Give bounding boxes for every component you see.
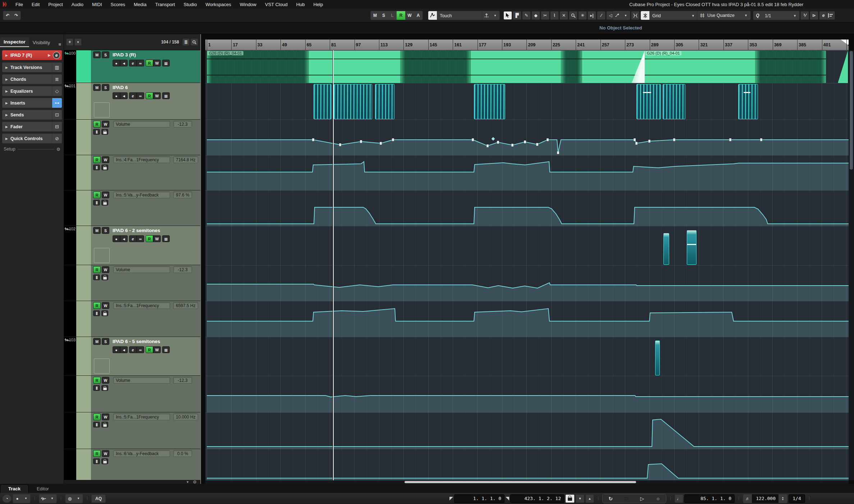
chevron-down-icon[interactable]: ▼ [186,480,189,484]
read-automation-button[interactable]: R [93,266,101,273]
suspend-read-button[interactable]: ||| [93,129,100,135]
event-display[interactable]: G26 (D) (R)_04-01G26 (D) (R)_04-01 [205,50,849,480]
lock-icon[interactable] [101,200,108,205]
solo-button[interactable]: S [102,227,109,234]
mute-button[interactable]: M [93,51,101,58]
solo-button[interactable]: S [102,338,109,345]
hand-tool-icon[interactable]: ✳ [578,11,587,20]
quantize-preset-select[interactable]: Use Quantize ▼ [697,11,751,20]
automation-value-field[interactable]: 7164.8 Hz [173,156,198,163]
track-event-lane[interactable] [205,83,849,120]
solo-button[interactable]: S [102,84,109,91]
inspector-section-inserts[interactable]: ▶Inserts⊶ [2,98,62,108]
automation-display-lane[interactable] [205,190,849,226]
range-selection-tool-icon[interactable]: ▛ [513,11,521,20]
freeze-button[interactable]: ∞ [137,346,144,353]
automation-curve-freq-103[interactable] [205,413,849,449]
tab-visibility[interactable]: Visibility [29,38,54,47]
tab-editor[interactable]: Editor [29,485,57,493]
automation-parameter-field[interactable]: Volume [113,266,170,273]
write-automation-button[interactable]: W [102,377,109,384]
track-row-body[interactable]: MSIPAD 6 - 2 semitones●◄e∞RW▦ [91,226,200,265]
edit-channel-button[interactable]: e [129,60,137,66]
menu-file[interactable]: File [12,1,27,8]
menu-transport[interactable]: Transport [151,1,178,8]
sliced-audio-event[interactable] [636,84,661,119]
sliced-audio-event[interactable] [738,84,758,119]
read-automation-button[interactable]: R [93,450,101,457]
channel-strip-icon[interactable]: ▦ [162,60,170,66]
draw-tool-icon[interactable]: ✎ [522,11,531,20]
automation-value-field[interactable]: 6597.5 Hz [173,302,198,309]
edit-channel-button[interactable]: e [129,235,137,242]
mute-button[interactable]: M [93,338,101,345]
sliced-audio-event[interactable] [314,84,332,119]
track-event-lane[interactable] [205,337,849,376]
write-automation-button[interactable]: W [153,235,161,242]
monitor-button[interactable]: ◄ [120,92,128,99]
quantize-panel-icon[interactable]: ⊳ [810,11,818,20]
inserts-icon[interactable]: ⊶ [52,98,62,108]
undo-button[interactable]: ↶ [3,11,12,20]
suspend-read-button[interactable]: ||| [93,422,100,427]
mute-tool-icon[interactable]: ✕ [560,11,568,20]
monitor-button[interactable]: ◄ [120,60,128,66]
snap-curve-icon[interactable] [613,11,621,20]
write-automation-button[interactable]: W [102,450,109,457]
track-row-body[interactable]: MSIPAD 6●◄e∞RW▦ [91,83,200,119]
audio-event-small[interactable] [663,233,669,265]
audio-record-icon[interactable] [39,494,48,503]
state-button-r[interactable]: R [397,11,405,20]
track-row-body[interactable]: MSIPAD 3 (R)●◄e∞RW▦ [91,50,200,83]
autoscroll-options-caret[interactable]: ▼ [491,11,499,20]
track-header-row[interactable]: 102MSIPAD 6 - 2 semitones●◄e∞RW▦ [64,226,200,265]
right-locator-icon[interactable] [506,497,509,500]
solo-button[interactable]: S [102,51,109,58]
automation-value-field[interactable]: 97.6 % [173,191,192,198]
inspector-section-fader[interactable]: ▶Fader⊟ [2,122,62,131]
inspector-section-equalizers[interactable]: ▶Equalizers◇ [2,86,62,96]
automation-panel-icon[interactable] [428,11,437,20]
sliced-audio-event[interactable] [663,84,685,119]
inspector-section-quick-controls[interactable]: ▶Quick Controls⊘ [2,134,62,143]
track-event-lane[interactable]: G26 (D) (R)_04-01G26 (D) (R)_04-01 [205,50,849,83]
suspend-read-button[interactable]: ||| [93,165,100,170]
add-track-caret[interactable]: ▼ [74,38,82,46]
track-event-lane[interactable] [205,226,849,265]
snap-onoff-icon[interactable] [631,11,640,20]
tempo-track-icon[interactable]: ♬ [743,494,752,503]
audio-event-small[interactable] [655,341,660,375]
audio-event-small[interactable] [687,230,697,265]
record-enable-button[interactable]: ● [113,346,120,353]
track-row-body[interactable]: RWIns.:5:Va...y-Feedback97.6 %||| [91,190,200,226]
automation-curve-volume-102[interactable] [205,265,849,301]
snap-type-select[interactable]: Grid ▼ [649,11,698,20]
menu-help[interactable]: Help [310,1,327,8]
object-selection-tool-icon[interactable] [503,11,512,20]
read-automation-button[interactable]: R [93,302,101,309]
state-button-s[interactable]: S [379,11,388,20]
add-track-button[interactable]: + [66,38,73,46]
automation-display-lane[interactable] [205,301,849,337]
automation-curve-freq-ipad6[interactable] [205,156,849,191]
audio-event-ipad3[interactable]: G26 (D) (R)_04-01G26 (D) (R)_04-01 [207,51,826,83]
time-signature-field[interactable]: 1/4 [789,494,805,503]
channel-strip-icon[interactable]: ▦ [162,92,170,99]
record-enable-button[interactable]: ● [113,92,120,99]
record-enable-button[interactable]: ● [113,235,120,242]
automation-parameter-field[interactable]: Volume [113,121,170,128]
automation-curve-volume-ipad6[interactable] [205,120,849,156]
line-tool-icon[interactable]: ∕ [597,11,606,20]
menu-project[interactable]: Project [45,1,66,8]
cycle-button[interactable]: ↻ [603,494,618,503]
edit-channel-button[interactable]: e [53,52,60,59]
automation-value-field[interactable]: -12.3 [173,121,192,128]
automation-parameter-field[interactable]: Ins.:4:Fa...1Frequency [113,156,170,163]
write-automation-button[interactable]: W [102,302,109,309]
automation-value-field[interactable]: 0.0 % [173,450,192,457]
automation-value-field[interactable]: -12.3 [173,266,192,273]
track-versions-icon[interactable]: ▥ [52,63,62,72]
menu-studio[interactable]: Studio [180,1,201,8]
inspector-section-sends[interactable]: ▶Sends⊡ [2,110,62,120]
lock-icon[interactable] [101,310,108,316]
